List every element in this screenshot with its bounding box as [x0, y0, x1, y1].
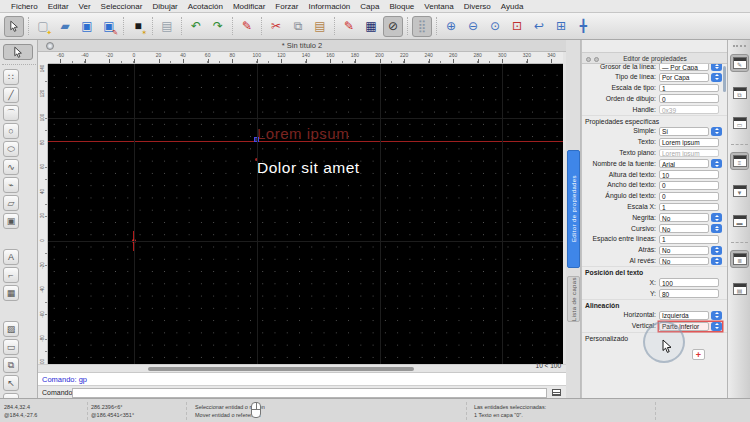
insert-tools-button[interactable]: ▣ [3, 213, 19, 229]
paste-button[interactable]: ▤ [310, 16, 330, 37]
tab-property-editor[interactable]: Editor de propiedades [567, 150, 580, 268]
dock-property-filter-button[interactable]: ▬ [730, 212, 749, 230]
shape-tools-button[interactable]: ▱ [3, 195, 19, 211]
text-entity-dolor[interactable]: Dolor sit amet [257, 159, 360, 177]
property-value-ancho-del-texto[interactable]: 0 [659, 181, 719, 190]
dock-selection-filter-button[interactable]: ▼ [730, 182, 749, 200]
select-tool-button[interactable] [3, 44, 33, 60]
dock-library-browser-button[interactable]: ≣ [730, 250, 749, 268]
dropdown-button[interactable] [711, 224, 722, 233]
new-file-button[interactable]: ▢✦ [33, 16, 53, 37]
menu-ayuda[interactable]: Ayuda [496, 0, 529, 13]
document-title-bar[interactable]: * Sin título 2 [38, 40, 566, 52]
property-value-atras[interactable]: No [659, 246, 709, 255]
dock-layer-list-button[interactable]: ⧉ [730, 84, 749, 102]
property-value-grosor-de-la-linea[interactable]: — Por Capa [659, 64, 709, 71]
panel-header[interactable]: Editor de propiedades [582, 52, 728, 64]
dropdown-button[interactable] [711, 311, 722, 320]
image-tool-button[interactable]: ▦ [3, 285, 19, 301]
property-value-handle[interactable]: 0x39 [659, 105, 719, 114]
menu-capa[interactable]: Capa [355, 0, 384, 13]
menu-editar[interactable]: Editar [43, 0, 74, 13]
undo-button[interactable]: ↶ [186, 16, 206, 37]
property-value-y[interactable]: 80 [659, 289, 719, 298]
tab-layer-list[interactable]: Lista de capas [567, 276, 580, 322]
property-value-negrita[interactable]: No [659, 213, 709, 222]
property-value-orden-de-dibujo[interactable]: 0 [659, 94, 719, 103]
dropdown-button[interactable] [711, 73, 722, 82]
copy-button[interactable]: ⧉ [288, 16, 308, 37]
menu-seleccionar[interactable]: Seleccionar [96, 0, 148, 13]
grid-toggle-button[interactable]: ⣿ [412, 16, 432, 37]
dock-clipboard-panel-button[interactable]: ▤ [730, 280, 749, 298]
scrollbar-thumb[interactable] [148, 367, 414, 371]
property-value-tipo-de-linea[interactable]: Por Capa [659, 73, 709, 82]
zoom-previous-button[interactable]: ↩ [529, 16, 549, 37]
line-tools-button[interactable]: ╱ [3, 87, 19, 103]
dropdown-button[interactable] [711, 322, 722, 331]
snap-tools-button[interactable]: ↖ [3, 375, 19, 391]
measure-tools-button[interactable]: ▭ [3, 339, 19, 355]
dock-property-editor-button[interactable]: ✎ [730, 54, 749, 72]
redo-button[interactable]: ↷ [208, 16, 228, 37]
dimension-tools-button[interactable]: ⌐ [3, 267, 19, 283]
cam-export-button[interactable]: ■✶ [128, 16, 148, 37]
zoom-view-button[interactable]: ⊞ [551, 16, 571, 37]
dropdown-button[interactable] [711, 257, 722, 266]
zoom-auto-button[interactable]: ⊙ [485, 16, 505, 37]
arc-tools-button[interactable]: ⌒ [3, 105, 19, 121]
menu-acotacion[interactable]: Acotación [183, 0, 228, 13]
print-preview-button[interactable]: ▤ [157, 16, 177, 37]
property-value-simple[interactable]: Sí [659, 127, 709, 136]
circle-slash-button[interactable]: ⊘ [383, 16, 403, 37]
dropdown-button[interactable] [711, 64, 722, 71]
dropdown-button[interactable] [711, 213, 722, 222]
spline-tools-button[interactable]: ∿ [3, 159, 19, 175]
panel-scrollbar-thumb[interactable] [723, 66, 726, 92]
dropdown-button[interactable] [711, 127, 722, 136]
property-value-texto-plano[interactable]: Lorem ipsum [659, 149, 719, 158]
menu-ventana[interactable]: Ventana [419, 0, 458, 13]
modify-tools-button[interactable]: ⧉ [3, 357, 19, 373]
property-value-horizontal[interactable]: Izquierda [659, 311, 709, 320]
menu-dibujar[interactable]: Dibujar [147, 0, 182, 13]
add-custom-property-button[interactable]: + [692, 349, 705, 360]
property-value-cursivo[interactable]: No [659, 224, 709, 233]
pan-button[interactable]: ╋ [573, 16, 593, 37]
property-value-texto[interactable]: Lorem ipsum [659, 138, 719, 147]
property-value-altura-del-texto[interactable]: 10 [659, 170, 719, 179]
menu-fichero[interactable]: Fichero [6, 0, 43, 13]
menu-ver[interactable]: Ver [74, 0, 96, 13]
command-input[interactable] [72, 388, 547, 398]
save-as-button[interactable]: ▣✎ [99, 16, 119, 37]
zoom-out-button[interactable]: ⊖ [463, 16, 483, 37]
property-value-espacio-entre-lineas[interactable]: 1 [659, 235, 719, 244]
cut-button[interactable]: ✂ [266, 16, 286, 37]
property-value-escala-de-tipo[interactable]: 1 [659, 84, 719, 93]
point-tools-button[interactable]: ∷ [3, 69, 19, 85]
dropdown-button[interactable] [711, 246, 722, 255]
dock-command-line-button[interactable]: ≡ [730, 152, 749, 170]
hatch-tool-button[interactable]: ▨ [3, 321, 19, 337]
zoom-window-button[interactable]: ⊡ [507, 16, 527, 37]
property-value-escala-x[interactable]: 1 [659, 203, 719, 212]
ellipse-tools-button[interactable]: ⬭ [3, 141, 19, 157]
dock-drag-handle[interactable] [733, 45, 746, 47]
menu-informacion[interactable]: Información [303, 0, 355, 13]
draw-properties-button[interactable]: ✎ [237, 16, 257, 37]
circle-tools-button[interactable]: ○ [3, 123, 19, 139]
zoom-in-button[interactable]: ⊕ [441, 16, 461, 37]
edit-text-button[interactable]: ✎ [339, 16, 359, 37]
menu-diverso[interactable]: Diverso [459, 0, 496, 13]
polyline-tools-button[interactable]: ⌁ [3, 177, 19, 193]
select-button[interactable] [4, 16, 24, 37]
text-entity-lorem[interactable]: Lorem ipsum [257, 125, 349, 142]
command-options-icon[interactable] [552, 389, 561, 396]
menu-forzar[interactable]: Forzar [270, 0, 303, 13]
property-value-nombre-de-la-fuente[interactable]: Arial [659, 159, 709, 168]
panel-close-button[interactable] [586, 57, 591, 62]
open-file-button[interactable]: ▰ [55, 16, 75, 37]
property-value-angulo-del-texto[interactable]: 0 [659, 192, 719, 201]
dock-block-list-button[interactable]: ▭ [730, 114, 749, 132]
chart-settings-button[interactable]: ▦ [361, 16, 381, 37]
